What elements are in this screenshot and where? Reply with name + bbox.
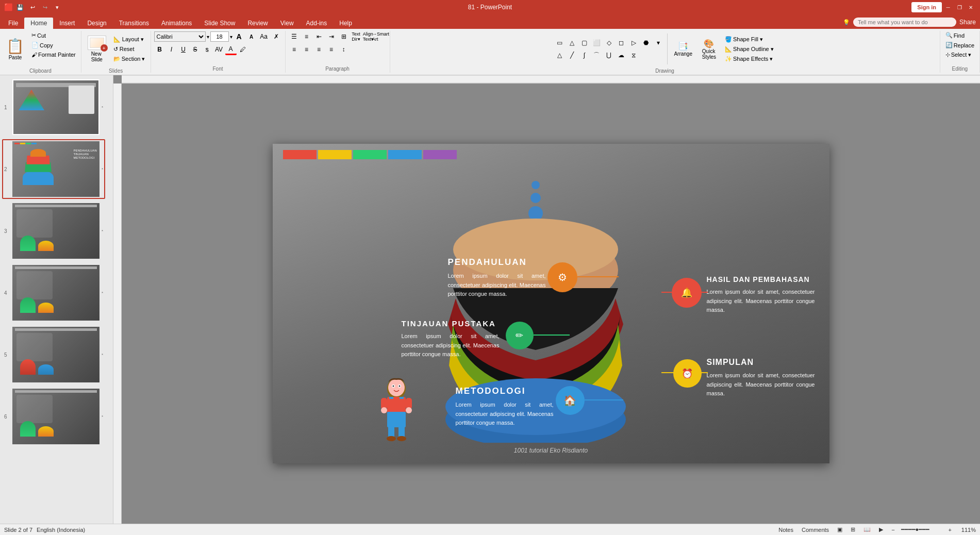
slide-thumb-4[interactable]: 4 *: [2, 263, 105, 323]
font-size-input[interactable]: [210, 31, 229, 42]
tab-file[interactable]: File: [2, 18, 24, 29]
new-slide-button[interactable]: + NewSlide: [85, 31, 109, 67]
slide-content[interactable]: PENDAHULUAN Lorem ipsum dolor sit amet, …: [273, 144, 829, 463]
share-button[interactable]: Share: [959, 19, 976, 26]
font-color-btn[interactable]: A: [225, 44, 237, 55]
align-justify-btn[interactable]: ≡: [326, 44, 337, 55]
reading-view-btn[interactable]: 📖: [861, 526, 873, 533]
sign-in-button[interactable]: Sign in: [911, 2, 942, 12]
shape6-btn[interactable]: ◻: [616, 37, 627, 48]
shape11-btn[interactable]: ☁: [616, 49, 627, 61]
format-painter-button[interactable]: 🖌Format Painter: [29, 51, 78, 59]
rect-shape-btn[interactable]: ▭: [554, 37, 565, 48]
canvas-area[interactable]: PENDAHULUAN Lorem ipsum dolor sit amet, …: [113, 75, 980, 524]
align-right-btn[interactable]: ≡: [313, 44, 325, 55]
quick-access-save[interactable]: 💾: [15, 2, 25, 12]
highlight-btn[interactable]: 🖊: [237, 44, 248, 55]
tab-home[interactable]: Home: [24, 18, 53, 29]
quick-access-customize[interactable]: ▾: [52, 2, 62, 12]
shapes-more-btn[interactable]: ▾: [653, 37, 664, 48]
align-left-btn[interactable]: ≡: [289, 44, 300, 55]
tab-design[interactable]: Design: [81, 18, 112, 29]
shadow-btn[interactable]: s: [202, 44, 213, 55]
comments-button[interactable]: Comments: [800, 527, 831, 533]
tab-transitions[interactable]: Transitions: [113, 18, 155, 29]
columns-btn[interactable]: ⊞: [338, 31, 350, 42]
shape12-btn[interactable]: ⧖: [628, 49, 639, 61]
tab-insert[interactable]: Insert: [53, 18, 81, 29]
zoom-out-btn[interactable]: −: [889, 527, 896, 533]
tab-animations[interactable]: Animations: [155, 18, 198, 29]
shape-fill-btn[interactable]: 🪣 Shape Fill ▾: [723, 35, 776, 44]
window-close[interactable]: ✕: [966, 3, 976, 11]
slide-thumb-1[interactable]: 1 *: [2, 77, 105, 137]
char-spacing-btn[interactable]: AV: [213, 44, 225, 55]
curve-btn[interactable]: ∫: [578, 49, 590, 61]
slide-thumb-5[interactable]: 5 *: [2, 325, 105, 384]
notes-button[interactable]: Notes: [776, 527, 795, 533]
zoom-slider[interactable]: ━━━━●━━━: [901, 526, 942, 533]
bullets-btn[interactable]: ☰: [289, 31, 300, 42]
slide-thumb-2[interactable]: 2 PENDAHULUANTINJAUANMETOD: [2, 139, 105, 199]
line-btn[interactable]: ╱: [566, 49, 577, 61]
numbering-btn[interactable]: ≡: [301, 31, 312, 42]
color-bar-purple: [423, 150, 457, 159]
underline-btn[interactable]: U: [178, 44, 189, 55]
decrease-font-btn[interactable]: A: [246, 31, 257, 42]
shape9-btn[interactable]: △: [554, 49, 565, 61]
slide-sorter-btn[interactable]: ⊞: [849, 526, 857, 533]
window-minimize[interactable]: ─: [943, 3, 953, 11]
connector-btn[interactable]: ⌒: [591, 49, 602, 61]
tab-view[interactable]: View: [274, 18, 300, 29]
replace-button[interactable]: 🔄 Replace: [943, 41, 976, 49]
shape8-btn[interactable]: ⬣: [640, 37, 652, 48]
quick-access-redo[interactable]: ↪: [40, 2, 50, 12]
text-direction-btn[interactable]: TextDir▾: [351, 31, 362, 42]
align-center-btn[interactable]: ≡: [301, 44, 312, 55]
section-pendahuluan: PENDAHULUAN Lorem ipsum dolor sit amet, …: [448, 257, 546, 299]
increase-font-btn[interactable]: A: [234, 31, 245, 42]
normal-view-btn[interactable]: ▣: [835, 526, 844, 533]
line-spacing-btn[interactable]: ↕: [338, 44, 350, 55]
slide-show-btn[interactable]: ▶: [877, 526, 885, 533]
tab-review[interactable]: Review: [241, 18, 274, 29]
smartart-btn[interactable]: →SmartArt: [375, 31, 387, 42]
quick-styles-button[interactable]: 🎨 QuickStyles: [697, 31, 721, 67]
shape10-btn[interactable]: ⋃: [603, 49, 614, 61]
shape-outline-btn[interactable]: 📐 Shape Outline ▾: [723, 45, 776, 54]
reset-button[interactable]: ↺ Reset: [111, 45, 147, 54]
quick-access-undo[interactable]: ↩: [27, 2, 38, 12]
tri-shape-btn[interactable]: △: [566, 37, 577, 48]
shape4-btn[interactable]: ⬜: [591, 37, 602, 48]
paste-button[interactable]: 📋 Paste: [3, 31, 27, 67]
font-family-select[interactable]: Calibri: [154, 31, 206, 42]
increase-indent-btn[interactable]: ⇥: [326, 31, 337, 42]
select-button[interactable]: ⊹ Select ▾: [943, 51, 976, 59]
find-button[interactable]: 🔍 Find: [943, 31, 976, 40]
drawing-group: ▭ △ ▢ ⬜ ◇ ◻ ▷ ⬣ ▾ △ ╱ ∫ ⌒ ⋃ ☁ ⧖: [390, 31, 940, 73]
change-case-btn[interactable]: Aa: [258, 31, 270, 42]
clear-format-btn[interactable]: ✗: [271, 31, 282, 42]
tab-slideshow[interactable]: Slide Show: [198, 18, 241, 29]
arrange-button[interactable]: 📑 Arrange: [671, 31, 695, 67]
slide-thumb-6[interactable]: 6 *: [2, 387, 105, 446]
section-button[interactable]: 📂 Section ▾: [111, 55, 147, 63]
tab-addins[interactable]: Add-ins: [300, 18, 334, 29]
slide-canvas[interactable]: PENDAHULUAN Lorem ipsum dolor sit amet, …: [124, 86, 978, 522]
italic-btn[interactable]: I: [166, 44, 177, 55]
shape-effects-btn[interactable]: ✨ Shape Effects ▾: [723, 55, 776, 63]
decrease-indent-btn[interactable]: ⇤: [313, 31, 325, 42]
tab-help[interactable]: Help: [333, 18, 358, 29]
bold-btn[interactable]: B: [154, 44, 165, 55]
tell-me-input[interactable]: [853, 18, 956, 27]
cut-button[interactable]: ✂Cut: [29, 31, 78, 40]
rounded-rect-btn[interactable]: ▢: [578, 37, 590, 48]
window-restore[interactable]: ❐: [954, 3, 965, 11]
shape7-btn[interactable]: ▷: [628, 37, 639, 48]
shape5-btn[interactable]: ◇: [603, 37, 614, 48]
layout-button[interactable]: 📐 Layout ▾: [111, 35, 147, 44]
copy-button[interactable]: 📄Copy: [29, 41, 78, 49]
slide-thumb-3[interactable]: 3 *: [2, 201, 105, 261]
strikethrough-btn[interactable]: S: [190, 44, 201, 55]
zoom-in-btn[interactable]: +: [946, 527, 954, 533]
